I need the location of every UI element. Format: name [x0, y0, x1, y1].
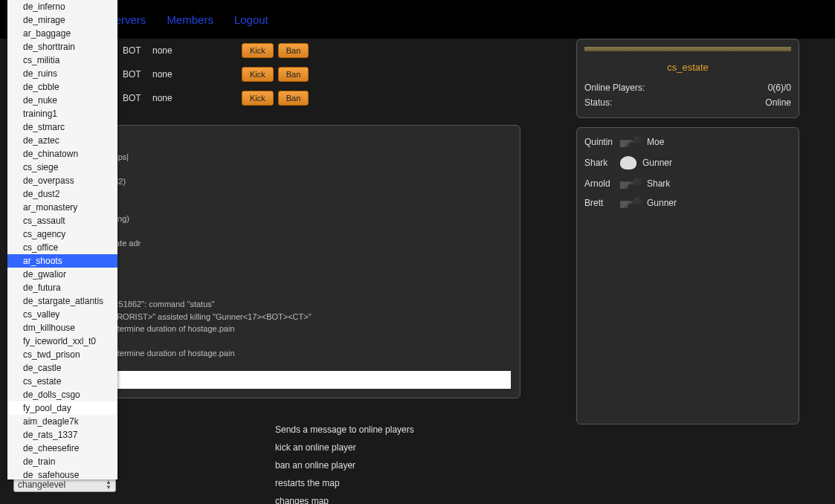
changelevel-label: changelevel — [18, 479, 65, 490]
player-ping: none — [152, 69, 227, 80]
map-option[interactable]: cs_valley — [7, 308, 117, 321]
player-ping: none — [152, 93, 227, 103]
server-stat-row: Online Players:0(6)/0 — [584, 80, 791, 95]
map-dropdown[interactable]: de_infernode_miragear_baggagede_shorttra… — [7, 0, 117, 479]
changelevel-select[interactable]: changelevel ▲▼ — [13, 477, 116, 492]
nav-logout[interactable]: Logout — [234, 13, 268, 26]
weapon-icon — [620, 178, 641, 189]
command-desc: restarts the map — [275, 478, 340, 488]
map-option[interactable]: de_stmarc — [7, 120, 117, 134]
killer-name: Arnold — [584, 178, 614, 189]
stat-value: Online — [765, 97, 791, 108]
player-ping: none — [152, 45, 227, 56]
command-desc: Sends a message to online players — [275, 424, 414, 435]
victim-name: Shark — [647, 178, 670, 189]
weapon-icon — [620, 137, 641, 147]
nav-members[interactable]: Members — [167, 13, 213, 26]
map-option[interactable]: cs_office — [7, 241, 117, 254]
map-option[interactable]: de_cheesefire — [7, 442, 117, 455]
map-option[interactable]: ar_monastery — [7, 201, 117, 214]
kill-row: QuintinMoe — [584, 137, 791, 147]
map-thumbnail — [584, 47, 791, 51]
kill-row: SharkGunner — [584, 156, 791, 169]
map-option[interactable]: cs_agency — [7, 227, 117, 241]
map-option[interactable]: de_castle — [7, 361, 117, 375]
top-nav: eb Servers Members Logout — [0, 0, 835, 39]
map-option[interactable]: de_aztec — [7, 134, 117, 147]
command-desc: changes map — [275, 496, 329, 505]
map-option[interactable]: de_inferno — [7, 0, 117, 13]
map-option[interactable]: de_futura — [7, 281, 117, 294]
map-option[interactable]: cs_twd_prison — [7, 348, 117, 361]
map-option[interactable]: cs_militia — [7, 54, 117, 67]
command-desc: ban an online player — [275, 460, 355, 471]
command-row: changes map — [26, 492, 520, 505]
map-option[interactable]: ar_baggage — [7, 27, 117, 40]
ban-button[interactable]: Ban — [278, 91, 309, 106]
kill-feed-panel: QuintinMoeSharkGunnerArnoldSharkBrettGun… — [576, 127, 799, 424]
ban-button[interactable]: Ban — [278, 43, 309, 58]
map-option[interactable]: cs_assault — [7, 214, 117, 227]
victim-name: Moe — [647, 137, 664, 147]
killer-name: Quintin — [584, 137, 614, 147]
victim-name: Gunner — [647, 198, 677, 208]
stat-label: Online Players: — [584, 83, 645, 93]
map-option[interactable]: de_cbble — [7, 80, 117, 94]
killer-name: Shark — [584, 158, 614, 168]
select-arrows-icon: ▲▼ — [106, 479, 112, 490]
map-option[interactable]: de_shorttrain — [7, 40, 117, 54]
kick-button[interactable]: Kick — [242, 91, 274, 106]
map-option[interactable]: de_dust2 — [7, 187, 117, 201]
ban-button[interactable]: Ban — [278, 67, 309, 82]
map-option[interactable]: de_dolls_csgo — [7, 388, 117, 401]
stat-value: 0(6)/0 — [768, 83, 791, 93]
weapon-icon — [620, 156, 636, 169]
map-option[interactable]: de_stargate_atlantis — [7, 294, 117, 308]
map-option[interactable]: de_mirage — [7, 13, 117, 27]
map-option[interactable]: fy_iceworld_xxl_t0 — [7, 335, 117, 348]
weapon-icon — [620, 198, 641, 208]
map-option[interactable]: ar_shoots — [7, 254, 117, 268]
map-option[interactable]: de_gwalior — [7, 268, 117, 281]
map-option[interactable]: de_rats_1337 — [7, 428, 117, 442]
kill-row: ArnoldShark — [584, 178, 791, 189]
map-option[interactable]: dm_killhouse — [7, 321, 117, 335]
kick-button[interactable]: Kick — [242, 67, 274, 82]
kill-row: BrettGunner — [584, 198, 791, 208]
kick-button[interactable]: Kick — [242, 43, 274, 58]
server-map-name: cs_estate — [584, 62, 791, 73]
map-option[interactable]: de_train — [7, 455, 117, 468]
map-option[interactable]: fy_pool_day — [7, 401, 117, 415]
killer-name: Brett — [584, 198, 614, 208]
map-option[interactable]: cs_siege — [7, 161, 117, 174]
map-option[interactable]: de_safehouse — [7, 468, 117, 479]
map-option[interactable]: de_chinatown — [7, 147, 117, 161]
map-option[interactable]: de_ruins — [7, 67, 117, 80]
map-option[interactable]: aim_deagle7k — [7, 415, 117, 428]
map-option[interactable]: de_nuke — [7, 94, 117, 107]
stat-label: Status: — [584, 97, 612, 108]
map-option[interactable]: de_overpass — [7, 174, 117, 187]
victim-name: Gunner — [642, 158, 672, 168]
command-desc: kick an online player — [275, 442, 356, 453]
map-option[interactable]: training1 — [7, 107, 117, 120]
map-option[interactable]: cs_estate — [7, 375, 117, 388]
server-stat-row: Status:Online — [584, 95, 791, 110]
server-info-card: cs_estate Online Players:0(6)/0Status:On… — [576, 39, 799, 118]
